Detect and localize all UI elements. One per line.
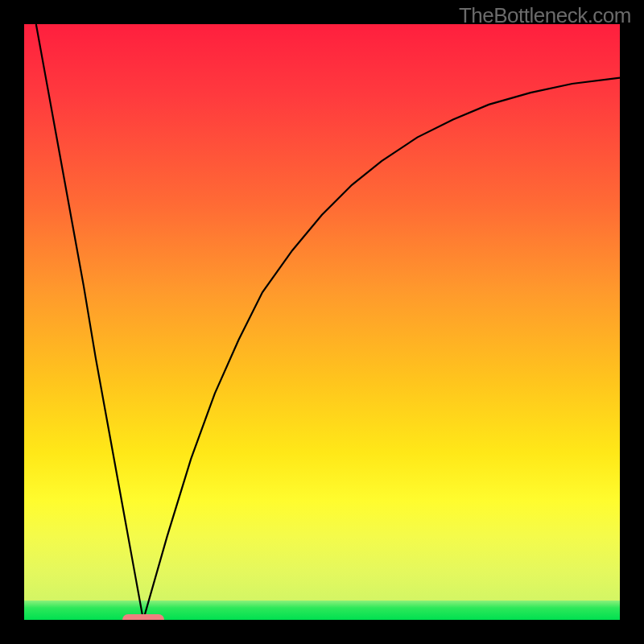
plot-area — [24, 24, 620, 620]
curve-right — [143, 78, 620, 620]
chart-frame: TheBottleneck.com — [0, 0, 644, 644]
watermark-text: TheBottleneck.com — [459, 3, 631, 28]
curve-layer — [24, 24, 620, 620]
minimum-marker — [122, 614, 164, 620]
curve-left — [36, 24, 143, 620]
